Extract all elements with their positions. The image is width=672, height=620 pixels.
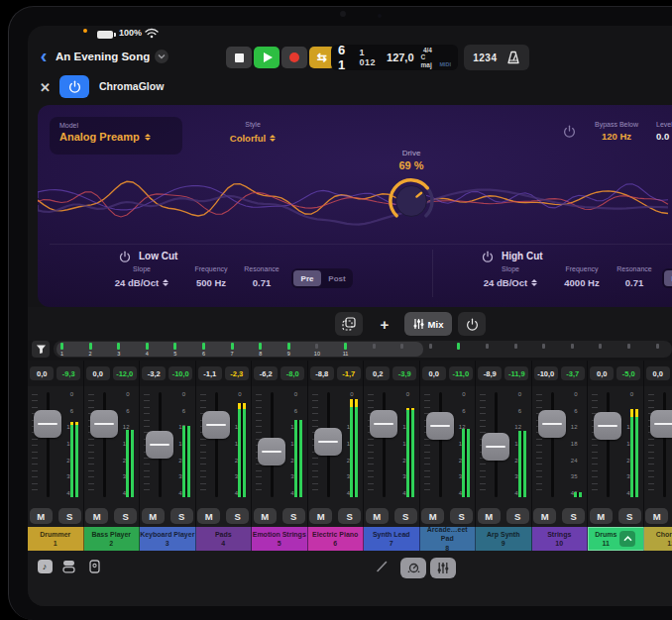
post-button[interactable]: Post	[323, 270, 351, 286]
fader-handle[interactable]	[90, 410, 118, 438]
volume-value[interactable]: -10,0	[534, 366, 558, 380]
add-track-button[interactable]: +	[371, 312, 398, 336]
filter-tracks-button[interactable]	[32, 341, 50, 358]
peak-level-value[interactable]: -12,0	[113, 366, 137, 380]
low-cut-resonance[interactable]: Resonance 0.71	[238, 265, 285, 290]
track-name-10[interactable]: Strings10	[532, 527, 589, 551]
mix-button[interactable]: Mix	[404, 312, 452, 336]
lcd-display[interactable]: 6 1 1 012 127,0 4/4 C maj MIDI	[331, 45, 458, 70]
duplicate-button[interactable]	[335, 312, 363, 336]
track-name-12[interactable]: Chorus V12	[644, 527, 672, 551]
play-button[interactable]	[254, 47, 280, 68]
volume-value[interactable]: -8,9	[478, 366, 502, 380]
style-selector[interactable]: Style Colorful	[208, 121, 297, 146]
mute-button[interactable]: M	[421, 508, 444, 524]
high-cut-frequency[interactable]: Frequency 4000 Hz	[555, 265, 609, 290]
solo-button[interactable]: S	[338, 508, 361, 524]
mixer-view-button[interactable]	[430, 558, 456, 578]
fader-handle[interactable]	[538, 410, 566, 438]
fader-handle[interactable]	[314, 428, 342, 456]
solo-button[interactable]: S	[226, 508, 249, 524]
solo-button[interactable]: S	[618, 508, 641, 524]
volume-value[interactable]: -1,1	[198, 366, 222, 380]
volume-value[interactable]: 0,0	[590, 366, 614, 380]
track-name-4[interactable]: Pads4	[196, 527, 253, 551]
fader-handle[interactable]	[202, 411, 230, 439]
track-name-8[interactable]: Arcade…eet Pad8	[420, 527, 477, 551]
low-cut-slope[interactable]: Slope 24 dB/Oct	[99, 265, 184, 290]
fader-handle[interactable]	[594, 412, 621, 440]
solo-button[interactable]: S	[394, 508, 417, 524]
mute-button[interactable]: M	[309, 508, 332, 524]
volume-value[interactable]: 0,0	[422, 366, 446, 380]
high-cut-slope[interactable]: Slope 24 dB/Oct	[468, 265, 553, 290]
mute-button[interactable]: M	[590, 508, 613, 524]
peak-level-value[interactable]: -3,7	[561, 366, 585, 380]
mute-button[interactable]: M	[254, 508, 277, 524]
peak-level-value[interactable]: -1,7	[337, 366, 361, 380]
mixer-power-button[interactable]	[458, 312, 486, 336]
mute-button[interactable]: M	[366, 508, 389, 524]
bypass-power-icon[interactable]	[563, 125, 576, 138]
track-name-6[interactable]: Electric Piano6	[308, 527, 365, 551]
pre-button[interactable]: Pre	[664, 270, 672, 286]
stop-button[interactable]	[226, 47, 252, 68]
track-name-2[interactable]: Bass Player2	[84, 527, 141, 551]
low-cut-frequency[interactable]: Frequency 500 Hz	[186, 265, 236, 290]
volume-value[interactable]: -6,2	[254, 366, 278, 380]
drive-control[interactable]: Drive 69 %	[380, 149, 443, 231]
peak-level-value[interactable]: -2,3	[225, 366, 249, 380]
low-cut-power-icon[interactable]	[119, 251, 131, 262]
track-name-7[interactable]: Synth Lead7	[364, 527, 420, 551]
pre-button[interactable]: Pre	[293, 270, 321, 286]
volume-value[interactable]: 0,2	[366, 366, 390, 380]
level-control[interactable]: Level 0.0	[656, 121, 672, 142]
solo-button[interactable]: S	[562, 508, 585, 524]
mute-button[interactable]: M	[645, 508, 668, 524]
volume-value[interactable]: -8,8	[310, 366, 334, 380]
fader-handle[interactable]	[426, 412, 454, 440]
plugin-tile-button[interactable]	[85, 559, 103, 574]
channel-overview-strip[interactable]: 1234567891011	[54, 341, 672, 358]
controls-view-button[interactable]	[400, 558, 426, 578]
browser-button[interactable]	[59, 559, 77, 574]
project-menu-button[interactable]	[155, 50, 168, 63]
track-name-1[interactable]: Drummer1	[28, 527, 84, 551]
record-button[interactable]	[281, 47, 307, 68]
drive-knob[interactable]	[386, 175, 437, 227]
peak-level-value[interactable]: -9,3	[56, 366, 80, 380]
fader-handle[interactable]	[650, 410, 672, 438]
high-cut-resonance[interactable]: Resonance 0.71	[611, 265, 658, 290]
count-in-button[interactable]: 1234	[473, 52, 497, 63]
expand-track-button[interactable]	[619, 531, 635, 547]
solo-button[interactable]: S	[58, 508, 81, 524]
peak-level-value[interactable]: -11,0	[449, 366, 473, 380]
back-button[interactable]: ‹	[36, 46, 52, 67]
solo-button[interactable]: S	[450, 508, 473, 524]
volume-value[interactable]: 0,0	[86, 366, 110, 380]
fader-handle[interactable]	[482, 433, 509, 461]
bypass-below-control[interactable]: Bypass Below 120 Hz	[583, 121, 650, 142]
volume-value[interactable]: 0,0	[30, 366, 54, 380]
edit-pencil-button[interactable]	[373, 559, 391, 574]
fader-handle[interactable]	[258, 438, 285, 465]
mute-button[interactable]: M	[197, 508, 220, 524]
peak-level-value[interactable]: -11,9	[504, 366, 528, 380]
metronome-icon[interactable]	[506, 51, 520, 64]
track-name-5[interactable]: Emotion Strings5	[252, 527, 308, 551]
mute-button[interactable]: M	[533, 508, 556, 524]
project-title[interactable]: An Evening Song	[56, 51, 150, 62]
mute-button[interactable]: M	[478, 508, 501, 524]
mute-button[interactable]: M	[142, 508, 165, 524]
track-name-3[interactable]: Keyboard Player3	[140, 527, 196, 551]
peak-level-value[interactable]: -10,0	[168, 366, 192, 380]
fader-handle[interactable]	[146, 431, 173, 459]
tracks-view-button[interactable]: ♪	[36, 559, 54, 574]
high-cut-power-icon[interactable]	[482, 251, 494, 262]
fader-handle[interactable]	[34, 410, 61, 438]
volume-value[interactable]: 0,0	[646, 366, 670, 380]
mute-button[interactable]: M	[85, 508, 108, 524]
track-name-11[interactable]: Drums11	[588, 527, 644, 551]
peak-level-value[interactable]: -5,0	[616, 366, 640, 380]
solo-button[interactable]: S	[170, 508, 193, 524]
